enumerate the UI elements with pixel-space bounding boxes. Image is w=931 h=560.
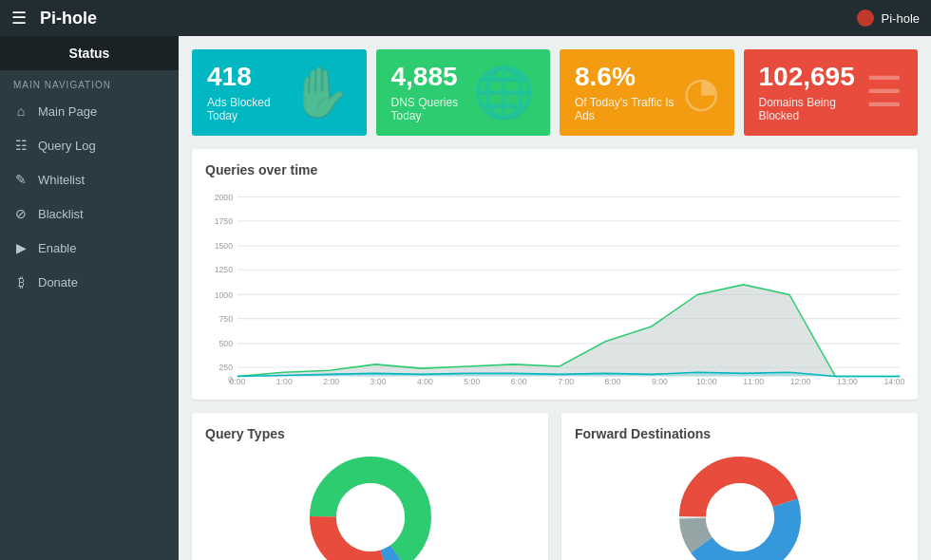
- sidebar-item-label: Enable: [38, 241, 76, 255]
- sidebar-item-enable[interactable]: ▶ Enable: [0, 231, 179, 265]
- raspberry-icon: [857, 9, 874, 27]
- stat-card-dns-queries: 4,885 DNS Queries Today 🌐: [376, 49, 551, 136]
- svg-text:4:00: 4:00: [417, 376, 433, 385]
- svg-text:7:00: 7:00: [558, 376, 574, 385]
- svg-text:10:00: 10:00: [696, 376, 717, 385]
- domains-label: Domains Being Blocked: [759, 96, 866, 122]
- sidebar-item-query-log[interactable]: ☷ Query Log: [0, 128, 179, 162]
- svg-text:13:00: 13:00: [837, 376, 858, 385]
- svg-text:9:00: 9:00: [652, 376, 668, 385]
- hand-icon: ✋: [290, 67, 352, 117]
- stat-card-domains: 102,695 Domains Being Blocked ☰: [744, 49, 919, 136]
- dns-queries-number: 4,885: [391, 63, 474, 92]
- svg-text:14:00: 14:00: [884, 376, 904, 385]
- main-content: 418 Ads Blocked Today ✋ 4,885 DNS Querie…: [179, 36, 931, 560]
- forward-destinations-chart: [575, 451, 904, 560]
- sidebar-item-label: Blacklist: [38, 207, 84, 221]
- svg-text:0:00: 0:00: [229, 376, 245, 385]
- sidebar-item-label: Main Page: [38, 104, 97, 119]
- svg-text:1750: 1750: [215, 215, 233, 225]
- query-types-panel: Query Types: [192, 413, 548, 560]
- sidebar-nav-label: MAIN NAVIGATION: [0, 70, 179, 94]
- brand-title: Pi-hole: [40, 9, 97, 28]
- line-chart-svg: 2000 1750 1500 1250 1000 750 500 250 0: [205, 187, 904, 386]
- svg-point-43: [706, 483, 774, 551]
- edit-icon: ✎: [13, 172, 28, 187]
- svg-text:1500: 1500: [215, 241, 233, 251]
- sidebar-item-blacklist[interactable]: ⊘ Blacklist: [0, 196, 179, 231]
- svg-text:750: 750: [219, 313, 234, 323]
- traffic-number: 8.6%: [575, 63, 683, 92]
- svg-text:6:00: 6:00: [511, 376, 527, 385]
- ads-blocked-label: Ads Blocked Today: [207, 96, 290, 122]
- domains-number: 102,695: [759, 63, 866, 92]
- dns-queries-label: DNS Queries Today: [391, 96, 474, 122]
- queries-over-time-panel: Queries over time 2000 1750 1500 1: [192, 149, 918, 400]
- donate-icon: ₿: [13, 274, 28, 289]
- query-types-title: Query Types: [205, 426, 535, 441]
- chart-container: 2000 1750 1500 1250 1000 750 500 250 0: [205, 187, 904, 386]
- home-icon: ⌂: [13, 103, 28, 119]
- sidebar-status-label: Status: [0, 36, 179, 70]
- svg-text:2:00: 2:00: [323, 376, 339, 385]
- sidebar-item-label: Whitelist: [38, 173, 85, 187]
- forward-dest-svg: [674, 451, 807, 560]
- ads-blocked-number: 418: [207, 63, 290, 92]
- sidebar-item-label: Donate: [38, 275, 78, 289]
- svg-text:1000: 1000: [215, 289, 233, 299]
- forward-destinations-title: Forward Destinations: [575, 426, 904, 441]
- svg-text:1250: 1250: [215, 265, 233, 274]
- svg-text:2000: 2000: [215, 192, 233, 201]
- forward-destinations-panel: Forward Destinations: [561, 413, 918, 560]
- topnav: ☰ Pi-hole Pi-hole: [0, 0, 931, 36]
- play-icon: ▶: [13, 240, 28, 255]
- svg-text:5:00: 5:00: [464, 376, 480, 385]
- globe-icon: 🌐: [473, 67, 535, 117]
- stat-card-traffic: 8.6% Of Today's Traffic Is Ads ◔: [560, 49, 734, 136]
- layout: Status MAIN NAVIGATION ⌂ Main Page ☷ Que…: [0, 36, 931, 560]
- svg-text:11:00: 11:00: [743, 376, 764, 385]
- sidebar: Status MAIN NAVIGATION ⌂ Main Page ☷ Que…: [0, 36, 179, 560]
- traffic-label: Of Today's Traffic Is Ads: [575, 96, 683, 122]
- chart-title: Queries over time: [205, 162, 904, 177]
- bottom-panels: Query Types Forward: [192, 413, 918, 560]
- query-types-svg: [304, 451, 437, 560]
- hamburger-icon[interactable]: ☰: [11, 8, 27, 28]
- sidebar-item-donate[interactable]: ₿ Donate: [0, 265, 179, 299]
- svg-text:250: 250: [219, 363, 234, 372]
- topnav-username: Pi-hole: [882, 11, 920, 26]
- svg-text:8:00: 8:00: [605, 376, 621, 385]
- pie-icon: ◔: [683, 71, 719, 113]
- sidebar-item-label: Query Log: [38, 139, 96, 153]
- topnav-right: Pi-hole: [857, 9, 920, 27]
- list-icon: ☷: [13, 138, 28, 153]
- lines-icon: ☰: [865, 71, 902, 113]
- sidebar-item-whitelist[interactable]: ✎ Whitelist: [0, 162, 179, 196]
- ban-icon: ⊘: [13, 206, 28, 221]
- svg-point-38: [336, 483, 405, 551]
- sidebar-item-main-page[interactable]: ⌂ Main Page: [0, 94, 179, 128]
- stat-cards: 418 Ads Blocked Today ✋ 4,885 DNS Querie…: [192, 49, 918, 136]
- svg-text:500: 500: [219, 338, 234, 347]
- svg-text:1:00: 1:00: [276, 376, 293, 385]
- query-types-chart: [205, 451, 535, 560]
- svg-text:12:00: 12:00: [790, 376, 811, 385]
- svg-text:3:00: 3:00: [370, 376, 387, 385]
- stat-card-ads-blocked: 418 Ads Blocked Today ✋: [192, 49, 367, 136]
- svg-marker-17: [238, 285, 900, 377]
